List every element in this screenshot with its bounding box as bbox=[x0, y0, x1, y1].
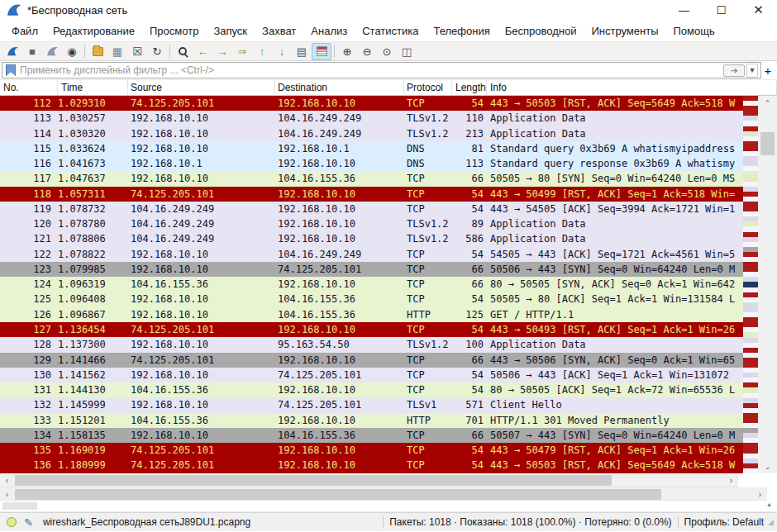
menu-item[interactable]: Телефония bbox=[426, 21, 497, 40]
scroll-right-icon[interactable]: › bbox=[753, 487, 767, 501]
profile-label[interactable]: Профиль: Default bbox=[684, 516, 765, 528]
packet-row[interactable]: 1291.14146674.125.205.101192.168.10.10TC… bbox=[0, 353, 743, 368]
menu-item[interactable]: Редактирование bbox=[45, 21, 142, 40]
menu-item[interactable]: Помощь bbox=[666, 21, 722, 40]
minimize-button[interactable]: — bbox=[665, 0, 703, 20]
go-to-packet-icon[interactable]: ⇒ bbox=[232, 43, 252, 60]
packet-row[interactable]: 1121.02931074.125.205.101192.168.10.10TC… bbox=[0, 96, 743, 111]
column-header-protocol[interactable]: Protocol bbox=[404, 80, 452, 95]
packet-row[interactable]: 1211.078806104.16.249.249192.168.10.10TL… bbox=[0, 231, 743, 246]
horizontal-scroll-thumb[interactable] bbox=[15, 475, 612, 486]
add-filter-button[interactable]: + bbox=[761, 64, 775, 78]
go-bottom-icon[interactable]: ↓ bbox=[272, 43, 292, 60]
start-capture-icon[interactable] bbox=[2, 43, 22, 60]
scroll-up-icon[interactable]: ⌃ bbox=[758, 96, 777, 110]
menu-item[interactable]: Просмотр bbox=[142, 21, 206, 40]
close-file-icon[interactable]: ☒ bbox=[127, 43, 147, 60]
zoom-out-icon[interactable]: ⊖ bbox=[357, 43, 377, 60]
menu-item[interactable]: Инструменты bbox=[584, 21, 665, 40]
packet-row[interactable]: 1271.13645474.125.205.101192.168.10.10TC… bbox=[0, 322, 743, 337]
column-header-destination[interactable]: Destination bbox=[275, 80, 404, 95]
zoom-normal-icon[interactable]: ⊙ bbox=[377, 43, 397, 60]
cell-info: Application Data bbox=[487, 231, 743, 246]
filter-bookmark-icon[interactable] bbox=[6, 64, 16, 76]
menu-item[interactable]: Статистика bbox=[355, 21, 426, 40]
cell-proto: TCP bbox=[404, 458, 452, 473]
save-file-icon[interactable]: ▦ bbox=[107, 43, 127, 60]
packet-row[interactable]: 1311.144130104.16.155.36192.168.10.10TCP… bbox=[0, 382, 743, 397]
packet-row[interactable]: 1301.141562192.168.10.1074.125.205.101TC… bbox=[0, 368, 743, 382]
status-bar: ✎ wireshark_Беспроводная сетьJ89DU1.pcap… bbox=[0, 512, 777, 531]
packet-row[interactable]: 1221.078822192.168.10.10104.16.249.249TC… bbox=[0, 247, 743, 262]
horizontal-scrollbar-list[interactable]: ‹ › bbox=[0, 473, 738, 487]
column-header-length[interactable]: Length bbox=[452, 80, 487, 95]
packet-row[interactable]: 1191.078732104.16.249.249192.168.10.10TC… bbox=[0, 202, 743, 216]
vertical-scrollbar[interactable]: ⌃ ⌄ bbox=[758, 96, 777, 473]
stop-capture-icon[interactable]: ■ bbox=[22, 43, 42, 60]
cell-dst: 192.168.10.10 bbox=[275, 187, 404, 202]
packet-row[interactable]: 1321.145999192.168.10.1074.125.205.101TL… bbox=[0, 397, 743, 412]
packet-row[interactable]: 1361.18099974.125.205.101192.168.10.10TC… bbox=[0, 458, 743, 473]
scroll-left-icon[interactable]: ‹ bbox=[0, 473, 14, 487]
reload-file-icon[interactable]: ↻ bbox=[147, 43, 167, 60]
column-header-info[interactable]: Info bbox=[487, 80, 777, 95]
packet-row[interactable]: 1141.030320192.168.10.10104.16.249.249TL… bbox=[0, 126, 743, 141]
colorize-icon[interactable] bbox=[312, 43, 331, 60]
packet-row[interactable]: 1171.047637192.168.10.10104.16.155.36TCP… bbox=[0, 171, 743, 186]
restart-capture-icon[interactable] bbox=[42, 43, 62, 60]
cell-src: 104.16.249.249 bbox=[128, 202, 275, 216]
scroll-down-icon[interactable]: ⌄ bbox=[758, 459, 777, 473]
packet-row[interactable]: 1131.030257192.168.10.10104.16.249.249TL… bbox=[0, 111, 743, 126]
cell-time: 1.180999 bbox=[58, 458, 128, 473]
packet-row[interactable]: 1181.05731174.125.205.101192.168.10.10TC… bbox=[0, 187, 743, 202]
packet-row[interactable]: 1241.096319104.16.155.36192.168.10.10TCP… bbox=[0, 277, 743, 292]
packet-row[interactable]: 1161.041673192.168.10.1192.168.10.10DNS1… bbox=[0, 156, 743, 171]
column-header-source[interactable]: Source bbox=[128, 80, 275, 95]
pane-scroll-up-icon[interactable]: ▲ bbox=[766, 501, 772, 507]
find-packet-icon[interactable] bbox=[173, 43, 193, 60]
menu-item[interactable]: Беспроводной bbox=[498, 21, 584, 40]
packet-row[interactable]: 1201.078780104.16.249.249192.168.10.10TL… bbox=[0, 216, 743, 231]
maximize-button[interactable]: ☐ bbox=[703, 0, 740, 20]
vertical-scroll-thumb[interactable] bbox=[760, 132, 775, 155]
close-button[interactable]: ✕ bbox=[740, 0, 777, 20]
horizontal-scrollbar-secondary[interactable]: ‹ › bbox=[0, 487, 767, 501]
menu-item[interactable]: Запуск bbox=[206, 21, 255, 40]
zoom-in-icon[interactable]: ⊕ bbox=[337, 43, 357, 60]
cell-proto: TCP bbox=[404, 262, 452, 277]
menu-item[interactable]: Анализ bbox=[303, 21, 355, 40]
column-header-time[interactable]: Time bbox=[58, 80, 128, 95]
packet-row[interactable]: 1151.033624192.168.10.10192.168.10.1DNS8… bbox=[0, 141, 743, 156]
packet-list-header: No.TimeSourceDestinationProtocolLengthIn… bbox=[0, 80, 777, 96]
packet-row[interactable]: 1251.096408192.168.10.10104.16.155.36TCP… bbox=[0, 292, 743, 306]
auto-scroll-icon[interactable]: ▤ bbox=[292, 43, 312, 60]
cell-dst: 192.168.10.10 bbox=[275, 156, 404, 171]
packet-row[interactable]: 1351.16901974.125.205.101192.168.10.10TC… bbox=[0, 443, 743, 458]
scroll-right-icon[interactable]: › bbox=[724, 473, 738, 487]
packet-row[interactable]: 1261.096867192.168.10.10104.16.155.36HTT… bbox=[0, 307, 743, 322]
capture-options-icon[interactable]: ◉ bbox=[62, 43, 82, 60]
go-forward-icon[interactable]: → bbox=[212, 43, 232, 60]
capture-comment-icon[interactable]: ✎ bbox=[24, 516, 33, 529]
expert-info-icon[interactable] bbox=[7, 517, 17, 527]
resize-columns-icon[interactable]: ◫ bbox=[397, 43, 417, 60]
cell-info: 443 → 54505 [ACK] Seq=3994 Ack=1721 Win=… bbox=[487, 202, 743, 216]
packet-minimap[interactable] bbox=[743, 96, 758, 473]
scroll-left-icon[interactable]: ‹ bbox=[0, 487, 14, 501]
menu-item[interactable]: Захват bbox=[255, 21, 303, 40]
packet-row[interactable]: 1281.137300192.168.10.1095.163.54.50TLSv… bbox=[0, 337, 743, 352]
packet-row[interactable]: 1231.079985192.168.10.1074.125.205.101TC… bbox=[0, 262, 743, 277]
packet-row[interactable]: 1341.158135192.168.10.10104.16.155.36TCP… bbox=[0, 428, 743, 443]
go-top-icon[interactable]: ↑ bbox=[252, 43, 272, 60]
detail-pane-scroll-stub[interactable] bbox=[2, 502, 37, 510]
apply-filter-button[interactable]: ➜ bbox=[723, 64, 745, 77]
display-filter-input[interactable]: Применить дисплейный фильтр ... <Ctrl-/>… bbox=[2, 62, 761, 78]
go-back-icon[interactable]: ← bbox=[193, 43, 212, 60]
horizontal-scroll-thumb[interactable] bbox=[15, 489, 661, 500]
packet-row[interactable]: 1331.151201104.16.155.36192.168.10.10HTT… bbox=[0, 413, 743, 428]
resize-grip[interactable]: ◢ bbox=[768, 518, 774, 526]
menu-item[interactable]: Файл bbox=[4, 21, 45, 40]
filter-dropdown-caret[interactable]: ▼ bbox=[746, 64, 758, 78]
open-file-icon[interactable] bbox=[88, 43, 107, 60]
column-header-no[interactable]: No. bbox=[0, 80, 58, 95]
